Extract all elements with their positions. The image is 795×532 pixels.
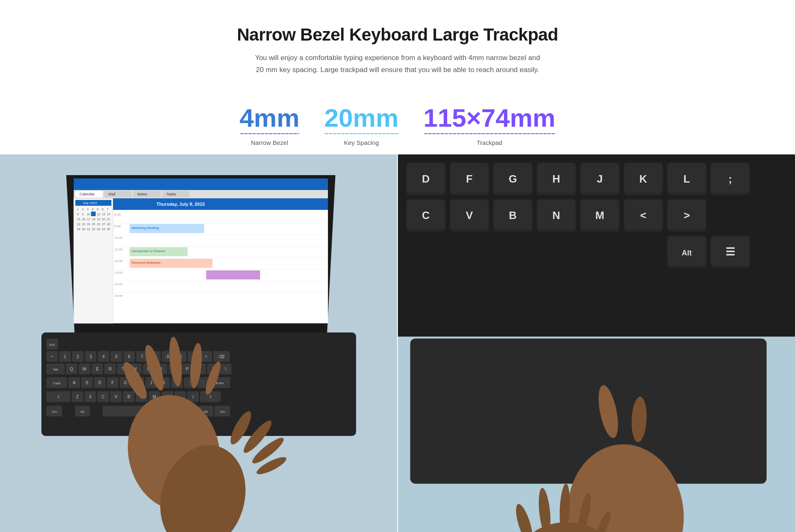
stat-label-key-spacing: Key Spacing [344,139,379,146]
left-image-panel [0,154,397,532]
stat-label-narrow-bezel: Narrow Bezel [251,139,288,146]
stat-underline-narrow-bezel [240,133,300,134]
page-subtitle: You will enjoy a comfortable typing expe… [253,52,542,76]
stat-narrow-bezel: 4mm Narrow Bezel [240,105,300,146]
stat-value-trackpad: 115×74mm [424,105,556,131]
right-canvas [398,154,795,532]
page-title: Narrow Bezel Keyboard Large Trackpad [8,25,787,45]
right-image-panel [397,154,795,532]
left-canvas [0,154,397,532]
images-section [0,154,795,532]
page-wrapper: Narrow Bezel Keyboard Large Trackpad You… [0,0,795,532]
stat-underline-trackpad [424,133,556,134]
stat-label-trackpad: Trackpad [477,139,502,146]
stats-row: 4mm Narrow Bezel 20mm Key Spacing 115×74… [0,89,795,154]
stat-underline-key-spacing [324,133,398,134]
header-section: Narrow Bezel Keyboard Large Trackpad You… [0,0,795,89]
stat-value-key-spacing: 20mm [324,105,398,131]
stat-key-spacing: 20mm Key Spacing [324,105,398,146]
stat-trackpad: 115×74mm Trackpad [424,105,556,146]
stat-value-narrow-bezel: 4mm [240,105,300,131]
